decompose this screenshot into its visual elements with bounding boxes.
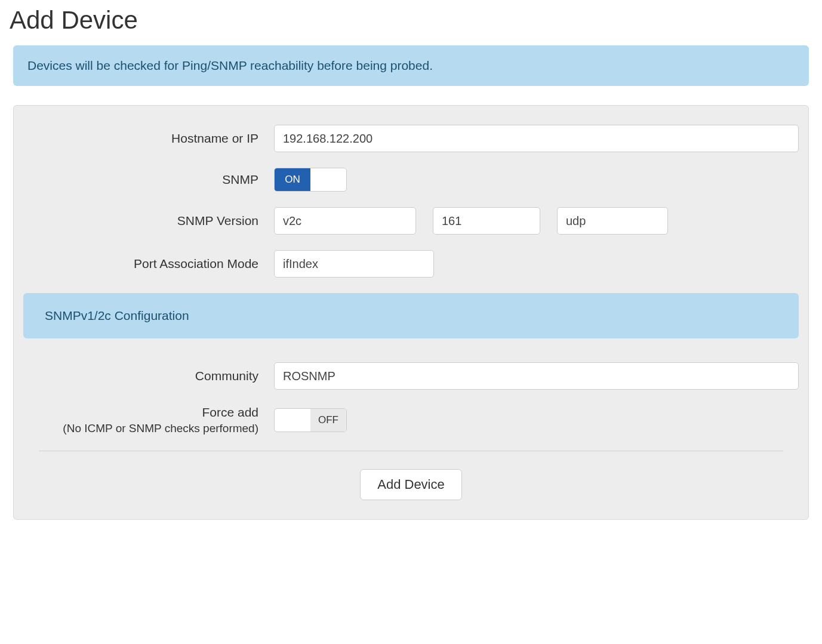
row-port-assoc: Port Association Mode ifIndex — [23, 250, 799, 278]
page-title: Add Device — [10, 6, 816, 35]
label-community: Community — [23, 369, 274, 383]
add-device-button[interactable]: Add Device — [360, 469, 462, 500]
label-snmp: SNMP — [23, 172, 274, 187]
snmp-transport-select[interactable]: udp — [557, 207, 668, 235]
label-force-add-sub: (No ICMP or SNMP checks performed) — [23, 422, 258, 435]
snmp-toggle-on-label: ON — [275, 168, 310, 191]
divider — [39, 451, 783, 451]
community-input[interactable] — [274, 362, 799, 390]
label-force-add: Force add (No ICMP or SNMP checks perfor… — [23, 405, 274, 435]
force-add-toggle[interactable]: OFF — [274, 408, 347, 432]
row-community: Community — [23, 362, 799, 390]
form-panel: Hostname or IP SNMP ON SNMP Version v2c … — [13, 105, 809, 520]
submit-row: Add Device — [23, 469, 799, 500]
row-snmp-version: SNMP Version v2c udp — [23, 207, 799, 235]
label-snmp-version: SNMP Version — [23, 214, 274, 228]
hostname-input[interactable] — [274, 125, 799, 152]
snmp-toggle-off-label — [310, 168, 346, 191]
info-banner: Devices will be checked for Ping/SNMP re… — [13, 45, 809, 86]
snmp-port-input[interactable] — [433, 207, 540, 235]
force-add-toggle-off-label: OFF — [310, 409, 346, 432]
row-force-add: Force add (No ICMP or SNMP checks perfor… — [23, 405, 799, 435]
label-hostname: Hostname or IP — [23, 131, 274, 146]
force-add-toggle-on-label — [275, 409, 310, 432]
snmp-version-select[interactable]: v2c — [274, 207, 416, 235]
label-port-assoc: Port Association Mode — [23, 257, 274, 271]
port-assoc-select[interactable]: ifIndex — [274, 250, 434, 278]
snmp-toggle[interactable]: ON — [274, 168, 347, 192]
row-hostname: Hostname or IP — [23, 125, 799, 152]
label-force-add-main: Force add — [202, 405, 258, 419]
snmp-config-section-header: SNMPv1/2c Configuration — [23, 293, 799, 338]
row-snmp: SNMP ON — [23, 168, 799, 192]
